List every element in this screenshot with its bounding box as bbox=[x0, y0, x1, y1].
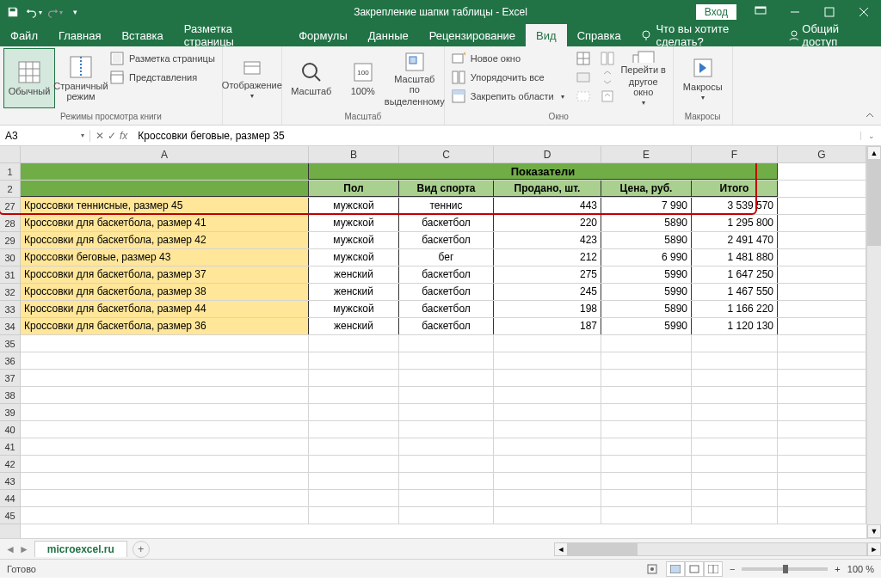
ribbon-options-icon[interactable] bbox=[743, 0, 778, 24]
empty-cell[interactable] bbox=[601, 404, 692, 420]
empty-cell[interactable] bbox=[601, 456, 692, 472]
hide-button[interactable] bbox=[573, 69, 594, 86]
empty-cell[interactable] bbox=[494, 456, 601, 472]
view-normal-button[interactable]: Обычный bbox=[3, 48, 55, 108]
row-header[interactable]: 45 bbox=[0, 507, 20, 524]
row-header[interactable]: 42 bbox=[0, 456, 20, 473]
row-header[interactable]: 38 bbox=[0, 387, 20, 404]
zoom-in-icon[interactable]: + bbox=[835, 564, 840, 574]
cell-gender[interactable]: мужской bbox=[309, 301, 399, 317]
cell-price[interactable]: 7 990 bbox=[601, 198, 692, 214]
tab-prev-icon[interactable]: ◄ bbox=[5, 543, 15, 555]
empty-cell[interactable] bbox=[309, 507, 399, 524]
new-window-button[interactable]: ✦Новое окно bbox=[448, 50, 568, 67]
zoom-button[interactable]: Масштаб bbox=[286, 48, 337, 108]
row-header[interactable]: 31 bbox=[0, 266, 20, 284]
cell-sold[interactable]: 443 bbox=[494, 198, 601, 214]
empty-cell[interactable] bbox=[309, 387, 399, 403]
empty-cell[interactable] bbox=[778, 473, 866, 489]
row-header[interactable]: 28 bbox=[0, 215, 20, 232]
redo-icon[interactable]: ▾ bbox=[45, 3, 64, 21]
row-header[interactable]: 37 bbox=[0, 370, 20, 387]
cell-name[interactable]: Кроссовки для баскетбола, размер 38 bbox=[21, 284, 309, 300]
cell-name[interactable]: Кроссовки для баскетбола, размер 42 bbox=[21, 232, 309, 248]
col-header-E[interactable]: E bbox=[601, 146, 692, 162]
sync-scroll-button[interactable] bbox=[597, 69, 618, 86]
row-header[interactable]: 43 bbox=[0, 473, 20, 490]
empty-cell[interactable] bbox=[399, 490, 494, 506]
empty-cell[interactable] bbox=[778, 456, 866, 472]
scroll-up-icon[interactable]: ▲ bbox=[867, 146, 881, 160]
empty-cell[interactable] bbox=[778, 335, 866, 352]
cell-sport[interactable]: баскетбол bbox=[399, 301, 494, 317]
cell-gender[interactable]: мужской bbox=[309, 215, 399, 231]
cell-sold[interactable]: 212 bbox=[494, 249, 601, 266]
zoom-selection-button[interactable]: Масштаб по выделенному bbox=[389, 48, 440, 108]
menu-формулы[interactable]: Формулы bbox=[288, 24, 358, 46]
cell-gender[interactable]: женский bbox=[309, 318, 399, 334]
row-header[interactable]: 35 bbox=[0, 335, 20, 352]
cell-name[interactable]: Кроссовки для баскетбола, размер 37 bbox=[21, 266, 309, 283]
tell-me-input[interactable]: Что вы хотите сделать? bbox=[631, 22, 778, 48]
col-header-F[interactable]: F bbox=[692, 146, 778, 162]
empty-cell[interactable] bbox=[692, 490, 778, 506]
row-header[interactable]: 39 bbox=[0, 404, 20, 421]
close-icon[interactable] bbox=[847, 0, 881, 24]
empty-cell[interactable] bbox=[309, 352, 399, 369]
macros-button[interactable]: Макросы ▾ bbox=[677, 48, 729, 108]
empty-cell[interactable] bbox=[21, 456, 309, 472]
cell-gender[interactable]: мужской bbox=[309, 249, 399, 266]
cell-name[interactable]: Кроссовки теннисные, размер 45 bbox=[21, 198, 309, 214]
empty-cell[interactable] bbox=[21, 335, 309, 352]
row-header[interactable]: 34 bbox=[0, 318, 20, 335]
spreadsheet-grid[interactable]: ABCDEFG 12272829303132333435363738394041… bbox=[0, 146, 881, 538]
empty-cell[interactable] bbox=[601, 387, 692, 403]
scroll-down-icon[interactable]: ▼ bbox=[867, 524, 881, 538]
cell-total[interactable]: 2 491 470 bbox=[692, 232, 778, 248]
cell-name[interactable]: Кроссовки для баскетбола, размер 41 bbox=[21, 215, 309, 231]
menu-вставка[interactable]: Вставка bbox=[111, 24, 173, 46]
empty-cell[interactable] bbox=[778, 387, 866, 403]
col-header-G[interactable]: G bbox=[778, 146, 866, 162]
empty-cell[interactable] bbox=[778, 352, 866, 369]
cell-price[interactable]: 5890 bbox=[601, 301, 692, 317]
empty-cell[interactable] bbox=[778, 507, 866, 524]
cell-sport[interactable]: баскетбол bbox=[399, 318, 494, 334]
expand-formula-bar-icon[interactable]: ⌄ bbox=[860, 132, 881, 140]
page-break-view-icon[interactable] bbox=[704, 561, 723, 577]
cell-sport[interactable]: бег bbox=[399, 249, 494, 266]
cell-sold[interactable]: 275 bbox=[494, 266, 601, 283]
freeze-panes-button[interactable]: Закрепить области▾ bbox=[448, 88, 568, 105]
cell-total[interactable]: 1 166 220 bbox=[692, 301, 778, 317]
name-box[interactable]: A3▾ bbox=[0, 130, 90, 142]
row-header[interactable]: 40 bbox=[0, 421, 20, 438]
cell-sport[interactable]: баскетбол bbox=[399, 215, 494, 231]
cell-sold[interactable]: 220 bbox=[494, 215, 601, 231]
empty-cell[interactable] bbox=[692, 456, 778, 472]
col-header-B[interactable]: B bbox=[309, 146, 399, 162]
zoom-percent[interactable]: 100 % bbox=[847, 564, 874, 574]
confirm-formula-icon[interactable]: ✓ bbox=[108, 130, 116, 142]
empty-cell[interactable] bbox=[494, 473, 601, 489]
empty-cell[interactable] bbox=[778, 404, 866, 420]
switch-windows-button[interactable]: Перейти в другое окно ▾ bbox=[618, 48, 669, 108]
empty-cell[interactable] bbox=[692, 387, 778, 403]
cell-gender[interactable]: женский bbox=[309, 266, 399, 283]
page-layout-view-icon[interactable] bbox=[685, 561, 704, 577]
empty-cell[interactable] bbox=[494, 421, 601, 438]
scroll-left-icon[interactable]: ◄ bbox=[554, 542, 568, 556]
empty-cell[interactable] bbox=[778, 421, 866, 438]
cell-name[interactable]: Кроссовки беговые, размер 43 bbox=[21, 249, 309, 266]
horizontal-scrollbar[interactable]: ◄ ► bbox=[554, 542, 881, 557]
cell-sport[interactable]: баскетбол bbox=[399, 284, 494, 300]
row-header[interactable]: 1 bbox=[0, 163, 20, 181]
empty-cell[interactable] bbox=[21, 438, 309, 455]
empty-cell[interactable] bbox=[692, 352, 778, 369]
cell-gender[interactable]: мужской bbox=[309, 198, 399, 214]
empty-cell[interactable] bbox=[601, 438, 692, 455]
empty-cell[interactable] bbox=[21, 370, 309, 386]
empty-cell[interactable] bbox=[494, 490, 601, 506]
empty-cell[interactable] bbox=[21, 387, 309, 403]
empty-cell[interactable] bbox=[778, 438, 866, 455]
empty-cell[interactable] bbox=[494, 370, 601, 386]
